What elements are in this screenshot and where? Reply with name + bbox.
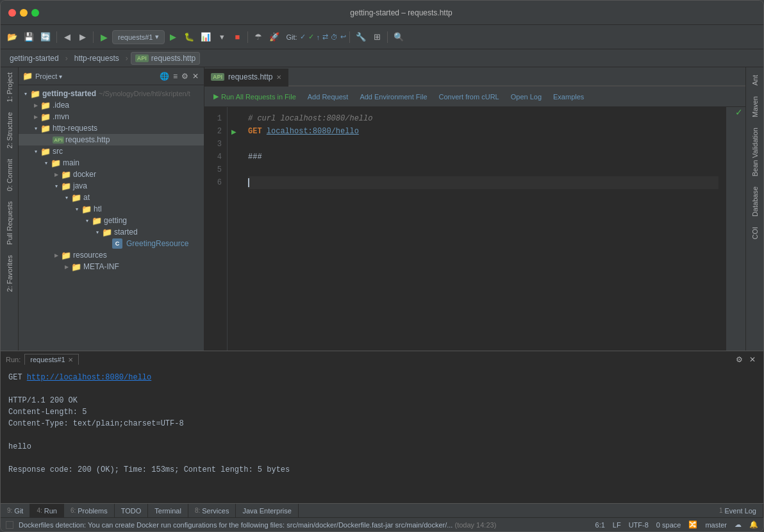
tree-item-main[interactable]: ▾ 📁 main [19, 157, 204, 169]
run-all-button[interactable]: ▶ Run All Requests in File [210, 91, 300, 102]
tool-tab-terminal[interactable]: Terminal [148, 504, 188, 518]
status-checkbox[interactable] [6, 521, 13, 529]
breadcrumb-label-1: http-requests [74, 54, 119, 63]
right-tab-bean-validation[interactable]: Bean Validation [749, 122, 761, 181]
status-line-ending[interactable]: LF [613, 521, 621, 529]
left-tab-pull-requests[interactable]: Pull Requests [3, 196, 17, 250]
back-button[interactable]: ◀ [60, 30, 74, 44]
minimize-button[interactable] [20, 9, 28, 17]
tree-item-started[interactable]: ▾ 📁 started [19, 226, 204, 238]
bottom-settings-button[interactable]: ⚙ [733, 354, 745, 365]
tree-item-htl[interactable]: ▾ 📁 htl [19, 203, 204, 215]
tree-label-getting: getting [104, 216, 127, 225]
examples-button[interactable]: Examples [549, 92, 588, 102]
close-button[interactable] [8, 9, 16, 17]
search-everywhere-button[interactable]: 🔍 [391, 30, 406, 44]
tree-item-http-requests[interactable]: ▾ 📁 http-requests [19, 122, 204, 134]
console-line-empty3 [8, 453, 756, 464]
bottom-content[interactable]: GET http://localhost:8080/hello HTTP/1.1… [1, 368, 763, 503]
tab-close-button[interactable]: ✕ [276, 74, 281, 81]
tree-item-greeting-resource[interactable]: ▶ C GreetingResource [19, 238, 204, 249]
right-tab-maven[interactable]: Maven [749, 91, 761, 122]
tree-item-at[interactable]: ▾ 📁 at [19, 192, 204, 203]
save-button[interactable]: 💾 [21, 30, 37, 44]
tree-item-docker[interactable]: ▶ 📁 docker [19, 169, 204, 180]
right-tab-database[interactable]: Database [749, 181, 761, 222]
tool-tab-problems[interactable]: 6: Problems [64, 504, 115, 518]
run-request-button[interactable]: ▶ [228, 125, 240, 138]
tree-item-getting[interactable]: ▾ 📁 getting [19, 215, 204, 226]
run-config-selector[interactable]: requests#1 ▾ [112, 30, 165, 44]
coverage-button[interactable]: ☂ [251, 30, 265, 44]
bottom-hide-button[interactable]: ✕ [747, 354, 758, 365]
tree-item-src[interactable]: ▾ 📁 src [19, 145, 204, 157]
run-button[interactable]: ▶ [166, 30, 180, 44]
left-tab-favorites[interactable]: 2: Favorites [3, 250, 17, 297]
right-tab-coi[interactable]: COI [749, 222, 761, 245]
toolbar-sep-4 [349, 31, 350, 43]
tree-item-idea[interactable]: ▶ 📁 .idea [19, 99, 204, 111]
scope-button[interactable]: 🌐 [158, 71, 170, 82]
collapse-button[interactable]: ≡ [172, 71, 179, 82]
status-encoding[interactable]: UTF-8 [629, 521, 649, 529]
debug-button[interactable]: 🐛 [181, 30, 197, 44]
hide-panel-button[interactable]: ✕ [191, 71, 200, 82]
convert-from-curl-label: Convert from cURL [439, 93, 499, 101]
tool-tab-todo[interactable]: TODO [115, 504, 149, 518]
tree-item-meta-inf[interactable]: ▶ 📁 META-INF [19, 261, 204, 272]
tree-item-root[interactable]: ▾ 📁 getting-started ~/SynologyDrive/htl/… [19, 88, 204, 99]
tree-item-resources[interactable]: ▶ 📁 resources [19, 249, 204, 261]
open-log-button[interactable]: Open Log [507, 92, 545, 102]
add-request-button[interactable]: Add Request [304, 92, 353, 102]
tool-tab-git[interactable]: 9: Git [1, 504, 30, 518]
convert-from-curl-button[interactable]: Convert from cURL [435, 92, 503, 102]
status-position[interactable]: 6:1 [595, 521, 605, 529]
tree-root-label: getting-started [42, 89, 96, 98]
status-branch[interactable]: master [705, 521, 727, 529]
file-tree-panel: 📁 Project ▾ 🌐 ≡ ⚙ ✕ ▾ 📁 [19, 67, 204, 351]
stop-button[interactable]: ■ [230, 30, 244, 44]
more-run-button[interactable]: ▾ [215, 30, 229, 44]
tool-tab-java-enterprise[interactable]: Java Enterprise [236, 504, 298, 518]
breadcrumb-requests-http[interactable]: API requests.http [131, 52, 200, 65]
settings-panel-button[interactable]: ⚙ [180, 71, 190, 82]
tool-tab-services[interactable]: 8: Services [188, 504, 237, 518]
code-editor[interactable]: # curl localhost:8080/hello GET localhos… [240, 107, 726, 351]
root-folder-icon: 📁 [30, 88, 40, 99]
left-tab-commit[interactable]: 0: Commit [3, 154, 17, 196]
run-tab-close-button[interactable]: ✕ [68, 356, 73, 363]
getting-folder-icon: 📁 [92, 215, 102, 226]
sync-button[interactable]: 🔄 [38, 30, 53, 44]
open-folder-button[interactable]: 📂 [4, 30, 20, 44]
tree-label-http-requests: http-requests [53, 124, 97, 133]
console-line-response: Response code: 200 (OK); Time: 153ms; Co… [8, 464, 756, 476]
profile-button[interactable]: 📊 [198, 30, 213, 44]
forward-button[interactable]: ▶ [76, 30, 90, 44]
git-section: Git: ✓ ✓ ↑ ⇄ ⏱ ↩ [286, 33, 346, 41]
tool-tab-event-log[interactable]: 1 Event Log [713, 504, 763, 518]
chevron-down-icon: ▾ [42, 158, 51, 167]
status-indent[interactable]: 0 space [656, 521, 681, 529]
layout-button[interactable]: ⊞ [370, 30, 384, 44]
run-label: Run: [6, 356, 21, 363]
run-tab-requests[interactable]: requests#1 ✕ [24, 354, 78, 365]
tree-item-requests-http[interactable]: ▶ API requests.http [19, 134, 204, 145]
breadcrumb-getting-started[interactable]: getting-started [6, 53, 63, 64]
tool-tab-run[interactable]: 4: Run [30, 504, 64, 518]
left-tab-structure[interactable]: 2: Structure [3, 107, 17, 154]
run-icon-button[interactable]: ▶ [97, 30, 111, 44]
tree-item-mvn[interactable]: ▶ 📁 .mvn [19, 111, 204, 122]
idea-folder-icon: 📁 [40, 100, 51, 110]
tree-item-java[interactable]: ▾ 📁 java [19, 180, 204, 192]
cursor [248, 178, 249, 187]
settings-button[interactable]: 🔧 [353, 30, 369, 44]
editor-tab-requests-http[interactable]: API requests.http ✕ [204, 69, 288, 87]
left-tab-project[interactable]: 1: Project [3, 67, 17, 107]
deploy-button[interactable]: 🚀 [267, 30, 282, 44]
right-tab-ant[interactable]: Ant [749, 70, 761, 91]
maximize-button[interactable] [31, 9, 39, 17]
breadcrumb-http-requests[interactable]: http-requests [71, 53, 123, 64]
add-env-file-button[interactable]: Add Environment File [356, 92, 431, 102]
console-line-empty2 [8, 429, 756, 441]
console-url[interactable]: http://localhost:8080/hello [27, 373, 151, 382]
